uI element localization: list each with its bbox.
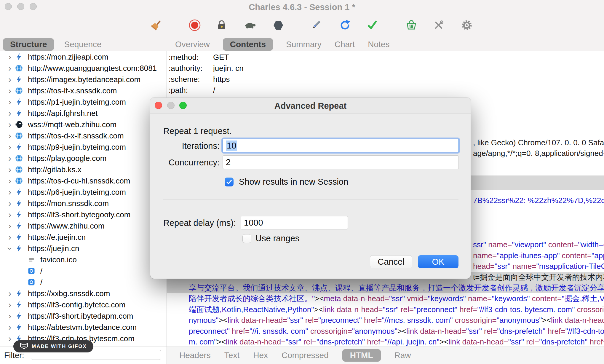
disclosure-chevron-icon[interactable]: › [5,301,15,309]
disclosure-chevron-icon[interactable]: › [5,64,15,73]
validate-check-icon[interactable] [364,17,381,33]
repeat-delay-label: Repeat delay (ms): [163,218,236,228]
tree-row-label: https://mon.zijieapi.com [28,52,108,62]
wss-icon [15,120,25,129]
response-body-line: m. com"><link data-n-head="ssr" rel="dns… [189,336,604,347]
right-panel-tabs: OverviewContentsSummaryChartNotes [175,37,389,51]
tab-notes[interactable]: Notes [368,40,389,49]
toolbar [0,13,604,37]
bolt-icon [15,323,25,331]
tab-headers[interactable]: Headers [179,351,211,360]
tree-row-label: https://imagex.bytedanceapi.com [28,75,140,84]
disclosure-chevron-icon[interactable]: › [5,75,15,84]
tree-row[interactable]: ›http://gitlab.ks.x [0,164,167,175]
tab-chart[interactable]: Chart [335,40,355,49]
disclosure-chevron-icon[interactable]: › [5,154,15,163]
tree-row[interactable]: ›https://juejin.cn [0,243,167,254]
bolt-icon [15,233,25,241]
repeat-refresh-icon[interactable] [337,17,353,33]
repeat-delay-input[interactable]: 1000 [241,216,348,229]
response-text-fragment: age/apng,*/*;q=0. 8,application/signed-e [473,148,604,159]
concurrency-input[interactable]: 2 [223,155,459,169]
disclosure-chevron-icon[interactable]: › [5,289,15,298]
tab-html[interactable]: HTML [342,349,381,362]
bolt-icon [15,199,25,207]
tree-row[interactable]: ›https://tos-d-cu-hl.snssdk.com [0,175,167,186]
tree-row[interactable]: ›https://tos-lf-x.snssdk.com [0,85,167,96]
tree-row[interactable]: ›http://www.guangguangtest.com:8081 [0,63,167,74]
throttle-turtle-icon[interactable] [242,17,259,33]
tree-row[interactable]: ›https://mon.snssdk.com [0,198,167,209]
disclosure-chevron-icon[interactable]: › [5,222,15,230]
doc-icon [27,256,37,264]
breakpoints-hexagon-icon[interactable] [270,17,287,33]
tab-raw[interactable]: Raw [394,351,411,360]
tree-row-label: https://lf3-short.bytegoofy.com [28,210,130,219]
tree-row[interactable]: ›https://p9-juejin.byteimg.com [0,141,167,153]
tree-row[interactable]: ›https://tos-d-x-lf.snssdk.com [0,130,167,141]
tree-row[interactable]: ›https://abtestvm.bytedance.com [0,322,167,333]
disclosure-chevron-icon[interactable]: › [6,243,14,253]
disclosure-chevron-icon[interactable]: › [5,323,15,332]
tree-row[interactable]: favicon.ico [0,254,167,265]
tab-overview[interactable]: Overview [175,40,210,49]
slash-icon [27,267,37,275]
tree-row[interactable]: ›https://mon.zijieapi.com [0,51,167,63]
tab-text[interactable]: Text [224,351,239,360]
tab-compressed[interactable]: Compressed [282,351,329,360]
disclosure-chevron-icon[interactable]: › [5,98,15,106]
tree-row-label: https://p1-juejin.byteimg.com [28,98,126,107]
response-body-line: preconnect" href="//i. snssdk. com" cros… [189,326,604,336]
tree-row[interactable]: ›https://lf3-config.bytetcc.com [0,299,167,310]
tree-row[interactable]: ›https://p6-juejin.byteimg.com [0,186,167,198]
disclosure-chevron-icon[interactable]: › [5,165,15,174]
tree-row-label: https://lf3-config.bytetcc.com [28,300,125,309]
tree-row[interactable]: ›https://e.juejin.cn [0,232,167,243]
disclosure-chevron-icon[interactable]: › [5,177,15,185]
tree-row[interactable]: ›wss://mqtt-web.zhihu.com [0,119,167,130]
ssl-lock-icon[interactable] [213,17,230,33]
tree-row[interactable]: ›https://lf3-short.ibytedapm.com [0,310,167,322]
disclosure-chevron-icon[interactable]: › [5,199,15,208]
clear-session-broom-icon[interactable] [148,17,164,33]
tree-row[interactable]: ›https://xxbg.snssdk.com [0,288,167,299]
disclosure-chevron-icon[interactable]: › [5,87,15,95]
record-icon[interactable] [186,17,203,33]
compose-pen-icon[interactable] [308,17,324,33]
tab-contents[interactable]: Contents [223,38,273,51]
tree-row[interactable]: / [0,277,167,288]
iterations-input[interactable]: 10 [223,139,459,152]
disclosure-chevron-icon[interactable]: › [5,120,15,129]
tree-row[interactable]: ›https://lf3-short.bytegoofy.com [0,209,167,220]
tree-row[interactable]: / [0,265,167,277]
new-session-checkbox[interactable] [225,178,234,186]
disclosure-chevron-icon[interactable]: › [5,210,15,219]
disclosure-chevron-icon[interactable]: › [5,233,15,242]
external-tools-basket-icon[interactable] [403,17,420,33]
tab-sequence[interactable]: Sequence [64,40,101,49]
cancel-button[interactable]: Cancel [370,255,412,268]
disclosure-chevron-icon[interactable]: › [5,109,15,118]
tree-row[interactable]: ›https://p1-juejin.byteimg.com [0,96,167,108]
tree-row-label: / [40,278,42,287]
response-text-fragment: head="ssr" name="msapplication-TileColor [473,261,604,272]
disclosure-chevron-icon[interactable]: › [5,312,15,320]
tree-row[interactable]: ›https://api.fghrsh.net [0,108,167,119]
tab-summary[interactable]: Summary [286,40,322,49]
disclosure-chevron-icon[interactable]: › [5,132,15,140]
disclosure-chevron-icon[interactable]: › [5,143,15,151]
ok-button[interactable]: OK [418,255,458,268]
bolt-icon [15,301,25,309]
tree-row[interactable]: ›https://imagex.bytedanceapi.com [0,74,167,85]
disclosure-chevron-icon[interactable]: › [5,53,15,61]
tab-structure[interactable]: Structure [3,38,54,51]
disclosure-chevron-icon[interactable]: › [5,334,15,343]
tools-icon[interactable] [430,17,447,33]
disclosure-chevron-icon[interactable]: › [5,188,15,197]
tree-row[interactable]: ›https://play.google.com [0,153,167,164]
tab-hex[interactable]: Hex [253,351,268,360]
settings-gear-icon[interactable] [458,17,475,33]
tree-row[interactable]: ›https://www.zhihu.com [0,220,167,232]
checkmark-icon [225,178,234,186]
use-ranges-checkbox[interactable] [242,234,251,243]
